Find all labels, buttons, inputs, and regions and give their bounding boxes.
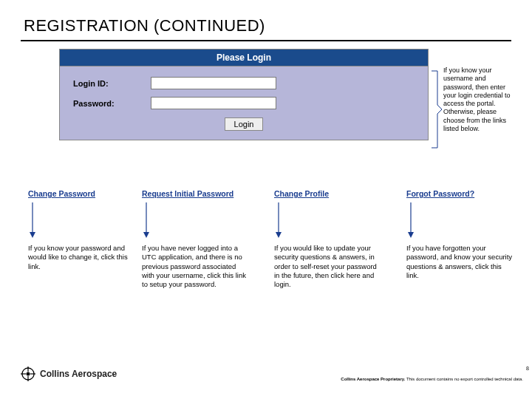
password-row: Password:: [73, 97, 415, 109]
bracket-connector: [432, 65, 442, 154]
logo-icon: [21, 366, 35, 381]
change-profile-desc: If you would like to update your securit…: [274, 244, 381, 290]
page-title: REGISTRATION (CONTINUED): [0, 0, 532, 40]
login-box: Please Login Login ID: Password: Login: [59, 49, 429, 140]
footer: Collins Aerospace Collins Aerospace Prop…: [21, 366, 523, 381]
forgot-password-desc: If you have forgotten your password, and…: [406, 244, 514, 280]
legal-text: Collins Aerospace Proprietary. This docu…: [341, 377, 523, 381]
company-logo: Collins Aerospace: [21, 366, 117, 381]
svg-marker-3: [143, 232, 149, 238]
forgot-password-column: Forgot Password? If you have forgotten y…: [406, 186, 517, 242]
page-number: 8: [526, 366, 529, 371]
login-id-input[interactable]: [151, 77, 276, 89]
request-initial-column: Request Initial Password If you have nev…: [142, 186, 260, 242]
login-id-row: Login ID:: [73, 77, 415, 89]
request-initial-desc: If you have never logged into a UTC appl…: [142, 244, 249, 290]
login-id-label: Login ID:: [73, 79, 151, 88]
legal-bold: Collins Aerospace Proprietary.: [341, 377, 405, 381]
login-header: Please Login: [59, 49, 429, 66]
svg-marker-1: [30, 232, 35, 238]
password-input[interactable]: [151, 97, 276, 109]
login-instructions: If you know your username and password, …: [443, 66, 517, 133]
change-password-link[interactable]: Change Password: [28, 189, 95, 198]
change-profile-column: Change Profile If you would like to upda…: [274, 186, 392, 242]
arrow-down-icon: [406, 202, 517, 238]
password-label: Password:: [73, 99, 151, 108]
company-name: Collins Aerospace: [40, 369, 117, 379]
svg-marker-5: [276, 232, 282, 238]
login-button[interactable]: Login: [225, 117, 264, 131]
login-body: Login ID: Password: Login: [59, 66, 429, 140]
title-underline: [21, 40, 511, 41]
legal-rest: This document contains no export control…: [405, 377, 523, 381]
arrow-down-icon: [28, 202, 128, 238]
arrow-down-icon: [142, 202, 260, 238]
arrow-down-icon: [274, 202, 392, 238]
svg-point-9: [27, 372, 30, 376]
login-button-row: Login: [73, 117, 415, 131]
request-initial-link[interactable]: Request Initial Password: [142, 189, 233, 198]
svg-marker-7: [408, 232, 414, 238]
links-row: Change Password If you know your passwor…: [28, 186, 517, 242]
change-password-column: Change Password If you know your passwor…: [28, 186, 128, 242]
change-profile-link[interactable]: Change Profile: [274, 189, 329, 198]
change-password-desc: If you know your password and would like…: [28, 244, 135, 271]
forgot-password-link[interactable]: Forgot Password?: [406, 189, 474, 198]
